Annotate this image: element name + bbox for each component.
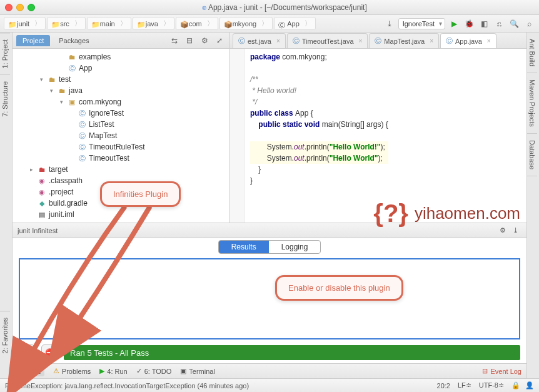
tree-node-test[interactable]: ▾🖿 test	[13, 74, 229, 85]
event-log-tab[interactable]: ⊟Event Log	[482, 367, 521, 375]
infinitest-panel: junit Infinitest ⚙ ⤓ Results Logging ⟳ ⛔…	[13, 223, 526, 363]
close-icon[interactable]: ×	[487, 38, 491, 44]
editor-tab-MapTest-java[interactable]: ⒸMapTest.java×	[369, 33, 439, 48]
close-icon[interactable]: ×	[359, 38, 363, 44]
titlebar: ⌾ App.java - junit - [~/Documents/worksp…	[0, 0, 539, 15]
tool-tab-database[interactable]: Database	[527, 134, 537, 176]
file-encoding[interactable]: UTF-8≑	[479, 381, 504, 389]
close-icon[interactable]: ×	[276, 38, 280, 44]
code-text[interactable]: package com.mkyong; /** * Hello world! *…	[245, 49, 393, 223]
tool-tab-maven[interactable]: Maven Projects	[527, 73, 537, 134]
infinitest-title: junit Infinitest	[18, 227, 58, 234]
infinitest-status: Ran 5 Tests - All Pass	[64, 345, 520, 360]
logging-tab[interactable]: Logging	[269, 241, 321, 253]
main-area: Project Packages ⇆ ⊟ ⚙ ⤢ 🖿 examplesⒸ App…	[13, 33, 526, 378]
watermark: {?} yihaomen.com	[373, 208, 520, 219]
problems-tab[interactable]: ⚠Problems	[53, 367, 91, 375]
cursor-position: 20:2	[437, 382, 450, 389]
debug-icon[interactable]: 🐞	[463, 18, 475, 30]
status-message: RuntimeException: java.lang.reflect.Invo…	[5, 382, 249, 389]
callout-infinities-plugin: Infinities Plugin	[100, 181, 181, 207]
hide-icon[interactable]: ⤢	[213, 34, 226, 47]
tree-node-TimeoutRuleTest[interactable]: Ⓒ TimeoutRuleTest	[13, 141, 229, 153]
code-editor[interactable]: package com.mkyong; /** * Hello world! *…	[230, 49, 526, 223]
tool-tab-ant[interactable]: Ant Build	[527, 33, 537, 73]
stop-button[interactable]: ⛔	[41, 344, 58, 361]
tree-node-junit-iml[interactable]: ▤ junit.iml	[13, 209, 229, 220]
run-tab[interactable]: ▶4: Run	[99, 367, 127, 375]
minimize-window-icon[interactable]	[16, 4, 24, 11]
refresh-button[interactable]: ⟳	[19, 344, 35, 361]
gutter	[230, 49, 245, 223]
editor-tab-est-java[interactable]: Ⓒest.java×	[233, 33, 286, 48]
results-tab[interactable]: Results	[219, 241, 269, 253]
junit-tab[interactable]: ●junit	[18, 366, 44, 376]
zoom-window-icon[interactable]	[28, 4, 35, 11]
tree-node-com-mkyong[interactable]: ▾▣ com.mkyong	[13, 96, 229, 108]
tree-node-examples[interactable]: 🖿 examples	[13, 51, 229, 63]
project-tab[interactable]: Project	[16, 35, 50, 46]
breadcrumb-junit[interactable]: 📁junit〉	[4, 17, 46, 30]
terminal-tab[interactable]: ▣Terminal	[180, 367, 215, 375]
tree-node-ListTest[interactable]: Ⓒ ListTest	[13, 119, 229, 130]
breadcrumb-com[interactable]: 📦com〉	[176, 17, 218, 30]
editor-tab-TimeoutTest-java[interactable]: ⒸTimeoutTest.java×	[287, 33, 368, 48]
tree-node-IgnoreTest[interactable]: Ⓒ IgnoreTest	[13, 108, 229, 119]
breadcrumb-mkyong[interactable]: 📦mkyong〉	[219, 17, 273, 30]
inspector-icon[interactable]: 👤	[525, 381, 534, 389]
collapse-icon[interactable]: ⊟	[183, 34, 196, 47]
find-icon[interactable]: ⌕	[523, 18, 535, 30]
tool-tab-project[interactable]: 1: Project	[0, 33, 10, 74]
line-separator[interactable]: LF≑	[458, 381, 471, 389]
todo-tab[interactable]: ✓6: TODO	[136, 367, 172, 375]
breadcrumb-src[interactable]: 📁src〉	[47, 17, 86, 30]
bottom-tool-tabs: ●junit ⚠Problems ▶4: Run ✓6: TODO ▣Termi…	[13, 363, 526, 378]
left-tool-rail: 1: Project 7: Structure 2: Favorites	[0, 33, 13, 378]
editor-tab-App-java[interactable]: ⒸApp.java×	[440, 33, 496, 48]
lock-icon[interactable]: 🔒	[511, 381, 520, 389]
question-icon: {?}	[373, 208, 408, 219]
infinitest-tabs: Results Logging	[13, 238, 526, 256]
tree-node-App[interactable]: Ⓒ App	[13, 63, 229, 74]
breadcrumb-bar: 📁junit〉📁src〉📁main〉📁java〉📦com〉📦mkyong〉ⒸAp…	[0, 15, 539, 33]
infinitest-results[interactable]	[19, 258, 520, 339]
tree-node-TimeoutTest[interactable]: Ⓒ TimeoutTest	[13, 153, 229, 164]
packages-tab[interactable]: Packages	[53, 35, 95, 46]
coverage-icon[interactable]: ◧	[478, 18, 490, 30]
make-project-icon[interactable]: ⤓	[383, 18, 396, 30]
run-icon[interactable]: ▶	[448, 18, 460, 30]
callout-enable-disable: Enable or disable this plugin	[275, 275, 403, 301]
right-tool-rail: Ant Build Maven Projects Database	[526, 33, 539, 378]
tree-node-MapTest[interactable]: Ⓒ MapTest	[13, 130, 229, 141]
gear-icon[interactable]: ⚙	[198, 34, 211, 47]
gear-icon[interactable]: ⚙	[496, 224, 509, 237]
editor-tabs: Ⓒest.java×ⒸTimeoutTest.java×ⒸMapTest.jav…	[230, 33, 526, 49]
run-config-combo[interactable]: IgnoreTest	[398, 18, 445, 29]
vcs-icon[interactable]: ⎌	[493, 18, 505, 30]
breadcrumb-main[interactable]: 📁main〉	[87, 17, 131, 30]
window-title: ⌾ App.java - junit - [~/Documents/worksp…	[35, 3, 534, 12]
download-icon[interactable]: ⤓	[509, 224, 521, 237]
status-bar: RuntimeException: java.lang.reflect.Invo…	[0, 378, 539, 392]
tree-node-java[interactable]: ▾🖿 java	[13, 85, 229, 96]
search-icon[interactable]: 🔍	[508, 18, 520, 30]
breadcrumb-App[interactable]: ⒸApp〉	[274, 17, 316, 30]
tool-tab-structure[interactable]: 7: Structure	[0, 74, 10, 123]
scroll-icon[interactable]: ⇆	[168, 34, 181, 47]
tree-node-target[interactable]: ▸🖿 target	[13, 164, 229, 175]
tool-tab-favorites[interactable]: 2: Favorites	[0, 311, 10, 359]
infinitest-header: junit Infinitest ⚙ ⤓	[13, 223, 526, 238]
close-window-icon[interactable]	[5, 4, 13, 11]
editor-area: Ⓒest.java×ⒸTimeoutTest.java×ⒸMapTest.jav…	[230, 33, 526, 223]
breadcrumb-java[interactable]: 📁java〉	[133, 17, 174, 30]
close-icon[interactable]: ×	[430, 38, 433, 44]
project-panel-header: Project Packages ⇆ ⊟ ⚙ ⤢	[13, 33, 229, 49]
